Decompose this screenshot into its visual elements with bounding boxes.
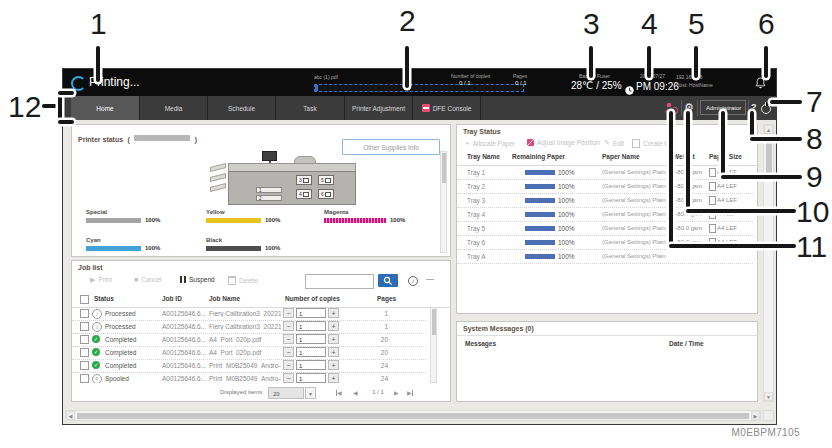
- job-table-scrollbar[interactable]: [430, 307, 437, 383]
- tab-media[interactable]: Media: [140, 96, 208, 120]
- search-input[interactable]: [305, 274, 374, 289]
- callout-9-line: [721, 111, 725, 179]
- copies-decrement-button[interactable]: [283, 373, 294, 383]
- paper-name: (General Settings) Plain Paper x 6...: [602, 239, 666, 245]
- table-row[interactable]: Completed A00125646.6... A4_Port_020p.pd…: [72, 346, 426, 360]
- power-icon[interactable]: [761, 104, 771, 114]
- allocate-paper-label: Allocate Paper: [473, 140, 515, 147]
- remaining-paper-value: 100%: [558, 169, 575, 176]
- horizontal-scrollbar[interactable]: ◀ ▶: [65, 410, 761, 421]
- tray-status-panel: Tray Status +Allocate Paper Adjust Image…: [456, 124, 758, 314]
- header-job-id: Job ID: [162, 295, 182, 302]
- scroll-up-icon[interactable]: ▲: [764, 125, 773, 134]
- copies-increment-button[interactable]: [328, 347, 339, 357]
- copies-increment-button[interactable]: [328, 334, 339, 344]
- copies-decrement-button[interactable]: [283, 347, 294, 357]
- pages-value: 0 / 1: [515, 80, 527, 86]
- machine-tray-6-label: 6: [321, 191, 324, 197]
- row-checkbox[interactable]: [80, 361, 89, 370]
- tray-row[interactable]: Tray 1 100% (General Settings) Plain Pap…: [457, 165, 753, 180]
- scrollbar-thumb[interactable]: [432, 309, 436, 335]
- suspend-button[interactable]: Suspend: [180, 276, 215, 283]
- table-row[interactable]: Completed A00125646.6... A4_Port_020p.pd…: [72, 333, 426, 347]
- pagination-next-button[interactable]: ▶: [394, 389, 399, 396]
- copies-input[interactable]: 1: [296, 308, 326, 318]
- scrollbar-thumb[interactable]: [442, 153, 446, 183]
- copies-input[interactable]: 1: [296, 373, 326, 383]
- copies-decrement-button[interactable]: [283, 321, 294, 331]
- row-checkbox[interactable]: [80, 309, 89, 318]
- copies-increment-button[interactable]: [328, 308, 339, 318]
- callout-10-line: [686, 209, 796, 213]
- scroll-right-icon[interactable]: ▶: [751, 411, 760, 420]
- tray-slot-icon: [325, 192, 331, 197]
- copies-decrement-button[interactable]: [283, 308, 294, 318]
- tray-name: Tray 3: [467, 197, 485, 204]
- tray-row[interactable]: Tray A 100% (General Settings) Plain Pap…: [457, 249, 753, 264]
- tray-row[interactable]: Tray 3 100% (General Settings) Plain Pap…: [457, 193, 753, 208]
- select-all-checkbox[interactable]: [80, 295, 89, 304]
- cancel-button[interactable]: ■Cancel: [134, 276, 161, 283]
- copies-input[interactable]: 1: [296, 360, 326, 370]
- toner-bar: [86, 218, 141, 223]
- delete-label: Delete: [239, 277, 258, 284]
- scrollbar-thumb[interactable]: [77, 413, 749, 419]
- toner-black: Black 100%: [206, 237, 316, 255]
- tray-status-title: Tray Status: [463, 128, 501, 135]
- copies-input[interactable]: 1: [296, 334, 326, 344]
- row-checkbox[interactable]: [80, 374, 89, 383]
- create-by-button[interactable]: Create by: [632, 139, 671, 148]
- scroll-down-icon[interactable]: ▼: [764, 392, 773, 401]
- remaining-paper-bar: [525, 198, 555, 203]
- copies-increment-button[interactable]: [328, 373, 339, 383]
- tab-schedule-label: Schedule: [228, 105, 255, 112]
- pagination-prev-button[interactable]: ◀: [353, 389, 358, 396]
- info-icon[interactable]: i: [408, 276, 418, 286]
- copies-decrement-button[interactable]: [283, 334, 294, 344]
- row-checkbox[interactable]: [80, 322, 89, 331]
- paren-open: (: [128, 136, 130, 143]
- toolbar-divider: [697, 100, 698, 116]
- tab-schedule[interactable]: Schedule: [208, 96, 276, 120]
- allocate-paper-button[interactable]: +Allocate Paper: [465, 139, 515, 148]
- table-row[interactable]: Completed A00125646.6... Print_M0B25049_…: [72, 359, 426, 373]
- copies-input[interactable]: 1: [296, 321, 326, 331]
- scroll-left-icon[interactable]: ◀: [66, 411, 75, 420]
- edit-button[interactable]: ✎Edit: [604, 139, 624, 147]
- table-row[interactable]: Processed A00125646.6... Fiery Calibrati…: [72, 320, 426, 334]
- pagination-last-button[interactable]: ▶: [407, 389, 413, 396]
- page-size-dropdown-icon[interactable]: ▼: [305, 387, 316, 399]
- search-button[interactable]: [378, 274, 398, 287]
- notifications-bell-icon[interactable]: [755, 76, 766, 94]
- remaining-paper-value: 100%: [558, 183, 575, 190]
- table-row[interactable]: Processed A00125646.6... Fiery Calibrati…: [72, 307, 426, 321]
- copies-decrement-button[interactable]: [283, 360, 294, 370]
- pagination-first-button[interactable]: ◀: [336, 389, 342, 396]
- paper-size: A4 LEF: [717, 183, 737, 189]
- paper-name: (General Settings) Plain Paper x 6...: [602, 211, 666, 217]
- adjust-image-position-button[interactable]: Adjust Image Position: [527, 139, 600, 146]
- tab-home[interactable]: Home: [71, 96, 140, 120]
- printer-panel-scrollbar[interactable]: [440, 151, 447, 253]
- table-row[interactable]: Spooled A00125646.6... Print_M0B25049_An…: [72, 372, 426, 383]
- tab-task[interactable]: Task: [276, 96, 345, 120]
- tab-printer-adjustment[interactable]: Printer Adjustment: [345, 96, 413, 120]
- row-checkbox[interactable]: [80, 348, 89, 357]
- page-size-select[interactable]: 20: [268, 387, 304, 399]
- tray-row[interactable]: Tray 5 100% (General Settings) Plain Pap…: [457, 221, 753, 236]
- main-vertical-scrollbar[interactable]: ▲ ▼: [763, 124, 774, 402]
- job-table-header: Status Job ID Job Name Number of copies …: [72, 293, 452, 308]
- host-name: Host: HostName: [676, 82, 713, 88]
- toner-value: 100%: [145, 217, 160, 223]
- row-checkbox[interactable]: [80, 335, 89, 344]
- tray-row[interactable]: Tray 2 100% (General Settings) Plain Pap…: [457, 179, 753, 194]
- tab-dfe-console[interactable]: DFE Console: [413, 96, 481, 120]
- collapse-icon[interactable]: —: [426, 274, 434, 283]
- copies-increment-button[interactable]: [328, 321, 339, 331]
- scrollbar-thumb[interactable]: [766, 136, 772, 174]
- copies-increment-button[interactable]: [328, 360, 339, 370]
- print-button[interactable]: ▶Print: [90, 276, 112, 283]
- copies-input[interactable]: 1: [296, 347, 326, 357]
- paper-size: A4 LEF: [717, 225, 737, 231]
- delete-button[interactable]: Delete: [228, 276, 258, 285]
